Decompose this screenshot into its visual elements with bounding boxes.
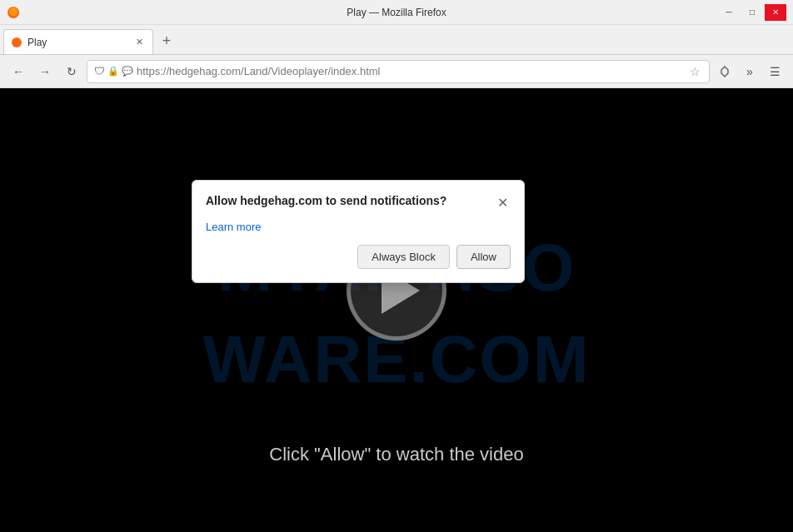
tracking-protection-icon: 🛡 xyxy=(94,65,105,77)
titlebar-left xyxy=(7,6,20,19)
new-tab-button[interactable]: + xyxy=(155,29,178,52)
active-tab[interactable]: Play ✕ xyxy=(3,29,153,54)
toolbar-right: » ☰ xyxy=(713,60,786,83)
back-button[interactable]: ← xyxy=(7,60,30,83)
browser-content: MYANTISO WARE.COM Click "Allow" to watch… xyxy=(0,88,793,532)
popup-buttons: Always Block Allow xyxy=(206,245,511,269)
bottom-instruction-text: Click "Allow" to watch the video xyxy=(269,444,523,465)
tabbar: Play ✕ + xyxy=(0,25,793,55)
titlebar-title: Play — Mozilla Firefox xyxy=(347,7,446,18)
popup-header: Allow hedgehag.com to send notifications… xyxy=(206,194,511,211)
always-block-button[interactable]: Always Block xyxy=(357,245,450,269)
tab-favicon xyxy=(11,37,22,48)
popup-close-button[interactable]: ✕ xyxy=(494,194,511,211)
info-icon: 💬 xyxy=(122,66,133,77)
urlbar-security-icons: 🛡 🔒 💬 xyxy=(94,65,133,77)
svg-point-1 xyxy=(12,37,22,47)
firefox-icon xyxy=(7,6,20,19)
urlbar[interactable]: 🛡 🔒 💬 https://hedgehag.com/Land/Videopla… xyxy=(87,60,710,83)
lock-icon: 🔒 xyxy=(107,66,119,77)
extensions-button[interactable]: » xyxy=(738,60,761,83)
maximize-button[interactable]: □ xyxy=(741,4,763,21)
menu-button[interactable]: ☰ xyxy=(763,60,786,83)
notification-popup: Allow hedgehag.com to send notifications… xyxy=(192,180,525,283)
titlebar: Play — Mozilla Firefox ─ □ ✕ xyxy=(0,0,793,25)
reload-button[interactable]: ↻ xyxy=(60,60,83,83)
tab-close-button[interactable]: ✕ xyxy=(132,36,146,49)
account-icon xyxy=(718,65,731,78)
minimize-button[interactable]: ─ xyxy=(718,4,740,21)
bookmark-button[interactable]: ☆ xyxy=(688,63,702,80)
forward-button[interactable]: → xyxy=(33,60,57,83)
allow-button[interactable]: Allow xyxy=(456,245,511,269)
urlbar-text: https://hedgehag.com/Land/Videoplayer/in… xyxy=(137,65,685,77)
tab-title: Play xyxy=(27,37,127,48)
titlebar-controls: ─ □ ✕ xyxy=(718,4,786,21)
account-button[interactable] xyxy=(713,60,736,83)
navbar: ← → ↻ 🛡 🔒 💬 https://hedgehag.com/Land/Vi… xyxy=(0,55,793,88)
learn-more-link[interactable]: Learn more xyxy=(206,221,261,233)
url-display: https://hedgehag.com/Land/Videoplayer/in… xyxy=(137,65,380,77)
close-button[interactable]: ✕ xyxy=(765,4,786,21)
popup-title: Allow hedgehag.com to send notifications… xyxy=(206,194,494,207)
